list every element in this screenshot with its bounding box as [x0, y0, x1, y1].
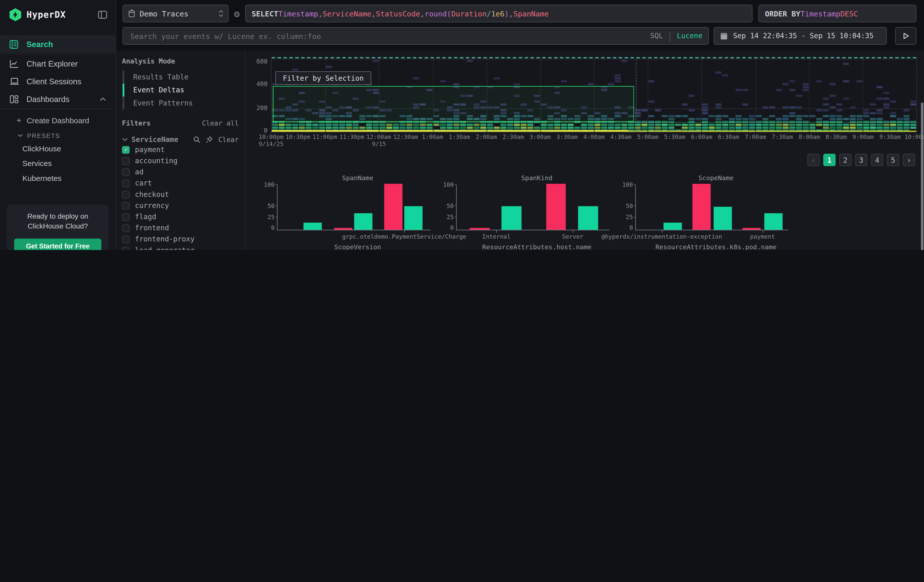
pin-icon[interactable] — [206, 136, 213, 143]
filter-item-label: payment — [135, 145, 165, 154]
chart-title: SpanKind — [456, 174, 618, 182]
pagination-page-4[interactable]: 4 — [871, 154, 883, 166]
order-by-input[interactable]: ORDER BY Timestamp DESC — [759, 5, 916, 23]
chart-y-tick: 50 — [267, 203, 274, 209]
divider — [0, 54, 116, 54]
pagination: ‹12345› — [251, 154, 915, 166]
filter-group-clear-button[interactable]: Clear — [218, 135, 239, 144]
create-dashboard-label: Create Dashboard — [26, 115, 89, 125]
sidebar-item-search[interactable]: Search — [0, 35, 116, 53]
sql-token: ) — [505, 9, 509, 18]
analysis-mode-option-event-deltas[interactable]: Event Deltas — [122, 84, 239, 97]
filter-checkbox-currency[interactable]: currency — [122, 200, 239, 211]
select-clause-input[interactable]: SELECT Timestamp, ServiceName, StatusCod… — [245, 5, 752, 23]
filter-panel: Analysis Mode Results TableEvent DeltasE… — [116, 51, 245, 250]
sidebar-item-label: Search — [26, 40, 53, 49]
mode-sql-toggle[interactable]: SQL — [650, 32, 663, 40]
checkbox-icon[interactable] — [122, 191, 130, 198]
source-select[interactable]: Demo Traces — [122, 5, 228, 23]
sidebar-item-clickhouse[interactable]: ClickHouse — [0, 142, 116, 156]
chart-bar — [384, 184, 403, 230]
pagination-page-1[interactable]: 1 — [823, 154, 836, 166]
chevron-down-icon[interactable] — [122, 138, 128, 142]
chart-y-tick: 0 — [450, 224, 454, 231]
sidebar-item-chart-explorer[interactable]: Chart Explorer — [0, 54, 116, 73]
create-dashboard-button[interactable]: + Create Dashboard — [0, 110, 116, 127]
divider — [0, 108, 116, 109]
filter-checkbox-load-generator[interactable]: load-generator — [122, 245, 239, 250]
filter-groups: ServiceNameClear✓paymentaccountingadcart… — [122, 135, 239, 250]
chart-bar — [764, 213, 782, 230]
checkbox-icon[interactable] — [122, 168, 130, 176]
filter-checkbox-accounting[interactable]: accounting — [122, 156, 239, 166]
chevron-up-icon[interactable] — [100, 97, 106, 101]
heatmap-plot[interactable]: Filter by Selection — [271, 59, 917, 133]
source-settings-gear-icon[interactable]: ⚙ — [229, 8, 245, 19]
presets-toggle[interactable]: PRESETS — [0, 127, 116, 142]
run-query-button[interactable] — [895, 27, 916, 45]
filter-checkbox-checkout[interactable]: checkout — [122, 189, 239, 199]
filter-checkbox-ad[interactable]: ad — [122, 167, 239, 177]
brand-title: HyperDX — [26, 9, 98, 20]
search-icon[interactable] — [193, 136, 201, 143]
time-range-picker[interactable]: Sep 14 22:04:35 - Sep 15 10:04:35 — [714, 27, 887, 45]
filter-checkbox-frontend[interactable]: frontend — [122, 223, 239, 233]
collapse-sidebar-icon[interactable] — [98, 11, 107, 19]
checkbox-icon[interactable] — [122, 235, 130, 243]
chart-title: ResourceAttributes.k8s.pod.name — [635, 243, 797, 250]
heatmap-selection-box[interactable] — [273, 86, 634, 122]
filter-item-label: load-generator — [135, 246, 195, 250]
sql-token: Duration — [451, 9, 487, 18]
pagination-page-2[interactable]: 2 — [839, 154, 851, 166]
checkbox-icon[interactable] — [122, 224, 130, 232]
pagination-page-3[interactable]: 3 — [855, 154, 868, 166]
checkbox-icon[interactable] — [122, 246, 130, 250]
heatmap-y-axis: 6004002000 — [251, 59, 271, 133]
sql-token: , — [318, 9, 323, 18]
checkbox-icon[interactable] — [122, 157, 130, 165]
chart-y-tick: 100 — [264, 181, 274, 188]
chart-x-label: Internal — [482, 233, 511, 240]
heatmap-y-tick: 200 — [256, 104, 267, 112]
delta-chart-SpanName: SpanName02550100grpc.oteldemo.PaymentSer… — [259, 174, 439, 243]
pagination-prev-button[interactable]: ‹ — [807, 154, 820, 166]
clear-all-button[interactable]: Clear all — [202, 119, 239, 127]
search-results-icon — [9, 40, 20, 49]
checkbox-icon[interactable] — [122, 213, 130, 221]
sidebar-item-services[interactable]: Services — [0, 156, 116, 171]
delta-chart-SpanKind: SpanKind02550100InternalServer — [439, 174, 618, 243]
heatmap-selection-right-edge — [636, 59, 636, 132]
heatmap-gridline — [755, 59, 756, 132]
filter-by-selection-button[interactable]: Filter by Selection — [275, 71, 371, 85]
sidebar-item-dashboards[interactable]: Dashboards — [0, 90, 116, 108]
filter-item-label: ad — [135, 168, 144, 176]
sidebar-item-client-sessions[interactable]: Client Sessions — [0, 73, 116, 90]
search-bar: SQL | Lucene — [122, 27, 709, 45]
analysis-mode-option-results-table[interactable]: Results Table — [122, 71, 239, 84]
filter-item-label: accounting — [135, 157, 177, 165]
scrollbar[interactable] — [921, 102, 923, 250]
filter-checkbox-frontend-proxy[interactable]: frontend-proxy — [122, 234, 239, 244]
sidebar-item-kubernetes[interactable]: Kubernetes — [0, 171, 116, 185]
checkbox-checked-icon[interactable]: ✓ — [122, 146, 130, 153]
checkbox-icon[interactable] — [122, 180, 130, 187]
delta-charts-grid: SpanName02550100grpc.oteldemo.PaymentSer… — [259, 174, 917, 250]
hyperdx-app: HyperDX Search Chart Explorer — [0, 0, 924, 250]
search-input[interactable] — [129, 31, 650, 41]
heatmap-baseline-top-line — [272, 122, 916, 122]
checkbox-icon[interactable] — [122, 202, 130, 209]
mode-lucene-toggle[interactable]: Lucene — [677, 32, 702, 40]
pagination-next-button[interactable]: › — [903, 154, 915, 166]
filter-group-name: ServiceName — [131, 135, 178, 144]
pagination-page-5[interactable]: 5 — [887, 154, 899, 166]
get-started-button[interactable]: Get Started for Free — [14, 239, 101, 250]
analysis-mode-option-event-patterns[interactable]: Event Patterns — [122, 97, 239, 110]
heatmap-date-axis: 9/14/259/15 — [271, 141, 917, 149]
filter-checkbox-payment[interactable]: ✓payment — [122, 144, 239, 155]
chart-bar — [742, 228, 761, 230]
chart-plot: 02550100InternalServer — [456, 185, 609, 230]
plus-icon: + — [16, 115, 21, 125]
filter-checkbox-cart[interactable]: cart — [122, 178, 239, 188]
dashboards-grid-icon — [9, 95, 20, 104]
filter-checkbox-flagd[interactable]: flagd — [122, 211, 239, 222]
